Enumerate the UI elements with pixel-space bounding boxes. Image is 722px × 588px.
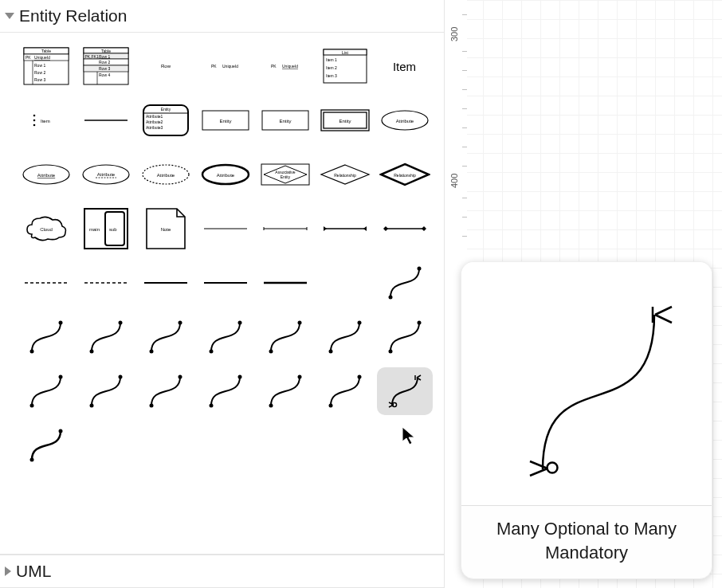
shape-curve-13[interactable] xyxy=(257,367,313,415)
svg-text:Row: Row xyxy=(160,64,171,69)
svg-point-105 xyxy=(388,350,392,354)
shapes-sidebar: Entity Relation Table PK UniqueId Row 1 … xyxy=(0,0,445,588)
shape-table-striped[interactable]: Table PK,FK1 Row 1 Row 2 Row 3 Row 4 xyxy=(78,42,134,90)
svg-point-93 xyxy=(29,350,33,354)
shape-curve-10[interactable] xyxy=(78,367,134,415)
svg-text:Row 2: Row 2 xyxy=(34,70,45,75)
ruler-tick: 400 xyxy=(449,174,459,188)
svg-point-118 xyxy=(357,375,361,379)
svg-text:Item 3: Item 3 xyxy=(326,73,337,78)
svg-text:PK: PK xyxy=(26,55,31,60)
shape-hierarchy[interactable]: Item xyxy=(18,96,74,144)
shape-line[interactable] xyxy=(78,96,134,144)
svg-marker-85 xyxy=(422,226,426,231)
svg-point-108 xyxy=(58,375,62,379)
shape-curve-3[interactable] xyxy=(78,313,134,361)
chevron-right-icon xyxy=(5,566,11,576)
svg-point-98 xyxy=(178,321,182,325)
svg-point-91 xyxy=(388,296,392,300)
svg-text:Row 1: Row 1 xyxy=(99,54,110,59)
shape-curve-14[interactable] xyxy=(317,367,373,415)
svg-point-33 xyxy=(33,115,35,117)
svg-point-35 xyxy=(33,124,35,127)
svg-text:Attribute: Attribute xyxy=(395,119,414,123)
shape-curve-2[interactable] xyxy=(18,313,74,361)
svg-text:Item 2: Item 2 xyxy=(326,65,337,70)
shape-entity-rect[interactable]: Entity xyxy=(198,96,253,144)
shape-pk-uniqueid[interactable]: PK UniqueId xyxy=(198,42,253,90)
section-header-entity-relation[interactable]: Entity Relation xyxy=(0,0,444,33)
svg-text:Attribute: Attribute xyxy=(96,172,115,177)
svg-text:Cloud: Cloud xyxy=(40,227,53,232)
section-header-uml[interactable]: UML xyxy=(0,555,444,588)
shape-attribute-underline[interactable]: Attribute xyxy=(18,151,74,198)
shape-curve-8[interactable] xyxy=(377,313,433,361)
svg-point-123 xyxy=(547,462,558,472)
shape-cloud[interactable]: Cloud xyxy=(18,205,74,253)
shape-attribute-dotted[interactable]: Attribute xyxy=(138,151,194,198)
svg-text:Row 1: Row 1 xyxy=(34,63,45,68)
svg-point-104 xyxy=(357,321,361,325)
shape-dashed-line-1[interactable] xyxy=(18,259,74,307)
svg-text:Entity: Entity xyxy=(339,119,351,123)
shape-curve-11[interactable] xyxy=(138,367,194,415)
shape-curve-1[interactable] xyxy=(377,259,433,307)
shape-dashed-line-2[interactable] xyxy=(78,259,134,307)
svg-point-116 xyxy=(297,375,301,379)
svg-point-94 xyxy=(58,321,62,325)
shape-table[interactable]: Table PK UniqueId Row 1 Row 2 Row 3 xyxy=(18,42,74,90)
shape-row[interactable]: Row xyxy=(138,42,194,90)
svg-point-114 xyxy=(237,375,241,379)
svg-text:List: List xyxy=(342,50,348,55)
svg-point-107 xyxy=(29,404,33,408)
shape-curve-6[interactable] xyxy=(257,313,313,361)
svg-text:Row 3: Row 3 xyxy=(34,77,45,82)
svg-point-99 xyxy=(209,350,213,354)
shape-line-bold-1[interactable] xyxy=(138,259,194,307)
svg-point-112 xyxy=(178,375,182,379)
shape-curve-4[interactable] xyxy=(138,313,194,361)
shape-palette: Table PK UniqueId Row 1 Row 2 Row 3 Tabl… xyxy=(0,33,444,555)
shape-curve-9[interactable] xyxy=(18,367,74,415)
item-label: Item xyxy=(393,60,416,73)
shape-curve-12[interactable] xyxy=(198,367,253,415)
shape-associative-entity[interactable]: Associative Entity xyxy=(257,151,313,198)
shape-entity-rounded[interactable]: Entity Attribute1 Attribute2 Attribute3 xyxy=(138,96,194,144)
shape-relationship[interactable]: Relationship xyxy=(317,151,373,198)
svg-marker-84 xyxy=(383,226,388,231)
svg-point-95 xyxy=(89,350,93,354)
shape-curve-5[interactable] xyxy=(198,313,253,361)
shape-entity-rect-2[interactable]: Entity xyxy=(257,96,313,144)
shape-list[interactable]: List Item 1 Item 2 Item 3 xyxy=(317,42,373,90)
shape-entity-double[interactable]: Entity xyxy=(317,96,373,144)
shape-curve-7[interactable] xyxy=(317,313,373,361)
svg-text:Entity: Entity xyxy=(279,119,291,123)
shape-attribute-oval[interactable]: Attribute xyxy=(377,96,433,144)
shape-attribute-dash-underline[interactable]: Attribute xyxy=(78,151,134,198)
shape-many-optional-to-many-mandatory[interactable] xyxy=(377,367,433,415)
shape-line-thin[interactable] xyxy=(198,205,253,253)
svg-text:PK: PK xyxy=(271,64,277,69)
svg-point-122 xyxy=(58,429,62,433)
svg-text:UniqueId: UniqueId xyxy=(34,55,50,60)
svg-text:sub: sub xyxy=(109,227,117,232)
shape-curve-16[interactable] xyxy=(18,421,74,469)
shape-line-bold-2[interactable] xyxy=(198,259,253,307)
shape-relationship-bold[interactable]: Relationship xyxy=(377,151,433,198)
shape-item-text[interactable]: Item xyxy=(377,42,433,90)
shape-attribute-bold[interactable]: Attribute xyxy=(198,151,253,198)
shape-line-filled[interactable] xyxy=(317,205,373,253)
svg-point-121 xyxy=(29,458,33,462)
shape-pk-uniqueid-underline[interactable]: PK UniqueId xyxy=(257,42,313,90)
shape-main-sub[interactable]: main sub xyxy=(78,205,134,253)
shape-note[interactable]: Note xyxy=(138,205,194,253)
section-title: UML xyxy=(16,562,51,581)
svg-point-103 xyxy=(328,350,332,354)
shape-line-bold-4[interactable]: <^line x1="2" y1="4" x2="56" y2="4" stro… xyxy=(317,259,373,307)
svg-text:Item: Item xyxy=(41,119,50,123)
shape-line-bold-3[interactable] xyxy=(257,259,313,307)
svg-text:Table: Table xyxy=(41,49,51,53)
shape-line-open[interactable] xyxy=(257,205,313,253)
svg-text:Attribute: Attribute xyxy=(216,173,234,178)
shape-line-diamond[interactable] xyxy=(377,205,433,253)
